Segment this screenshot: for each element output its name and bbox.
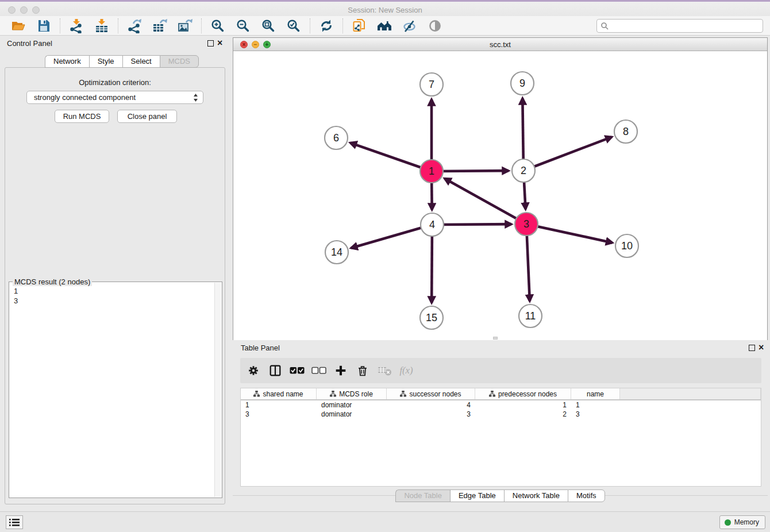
graph-node-15[interactable]: 15 xyxy=(420,306,443,329)
graph-node-4[interactable]: 4 xyxy=(421,213,444,236)
table-float-panel-icon[interactable] xyxy=(749,345,755,351)
import-network-icon[interactable] xyxy=(69,18,84,33)
table-close-panel-icon[interactable]: × xyxy=(759,342,764,353)
tab-select[interactable]: Select xyxy=(122,55,160,68)
control-panel-title: Control Panel xyxy=(7,39,52,48)
toolbar-separator xyxy=(342,18,343,33)
table-row[interactable]: 3dominator323 xyxy=(241,410,761,419)
open-folder-icon[interactable] xyxy=(11,18,26,33)
search-input[interactable] xyxy=(596,19,763,33)
tab-edge-table[interactable]: Edge Table xyxy=(450,489,504,502)
column-header-name[interactable]: name xyxy=(571,388,620,399)
unchecked-pair-icon[interactable] xyxy=(310,363,328,379)
graph-node-7[interactable]: 7 xyxy=(420,73,443,96)
graph-node-9[interactable]: 9 xyxy=(511,72,534,95)
column-label: successor nodes xyxy=(409,390,461,398)
zoom-in-icon[interactable] xyxy=(210,18,225,33)
graph-edge-3-1[interactable] xyxy=(445,179,526,224)
tab-node-table[interactable]: Node Table xyxy=(395,489,450,502)
svg-text:4: 4 xyxy=(429,219,435,230)
network-window-title: scc.txt xyxy=(233,40,767,49)
svg-text:8: 8 xyxy=(623,126,629,137)
eye-slash-icon[interactable] xyxy=(402,18,417,33)
copy-network-icon[interactable] xyxy=(352,18,367,33)
svg-text:6: 6 xyxy=(333,132,339,144)
tab-mcds[interactable]: MCDS xyxy=(160,55,199,68)
graph-edge-1-6[interactable] xyxy=(351,143,432,171)
trash-icon[interactable] xyxy=(354,363,371,379)
svg-text:2: 2 xyxy=(521,165,526,176)
function-builder-icon: f(x) xyxy=(398,363,415,379)
close-panel-button[interactable]: Close panel xyxy=(117,110,177,123)
svg-text:10: 10 xyxy=(621,240,633,252)
graph-node-6[interactable]: 6 xyxy=(325,126,348,149)
svg-text:f(x): f(x) xyxy=(399,365,413,376)
column-tree-icon xyxy=(489,391,495,397)
zoom-selected-icon[interactable] xyxy=(286,18,301,33)
result-scrollbar[interactable] xyxy=(214,283,221,497)
table-row[interactable]: 1dominator411 xyxy=(241,400,761,410)
network-window-titlebar: × − + scc.txt xyxy=(233,38,767,51)
zoom-fit-icon[interactable] xyxy=(261,18,276,33)
svg-text:9: 9 xyxy=(519,78,525,89)
column-header-predecessor-nodes[interactable]: predecessor nodes xyxy=(475,388,571,399)
add-column-icon[interactable] xyxy=(332,363,349,379)
eye-icon[interactable] xyxy=(428,18,442,33)
task-history-button[interactable] xyxy=(6,515,23,529)
cell-successor-nodes: 4 xyxy=(387,400,475,410)
optimization-criterion-label: Optimization criterion: xyxy=(5,78,225,87)
graph-node-10[interactable]: 10 xyxy=(615,234,638,257)
cell-shared-name: 1 xyxy=(241,400,317,410)
export-network-icon[interactable] xyxy=(127,18,142,33)
node-table-rows: 1dominator4113dominator323 xyxy=(241,400,761,419)
column-header-MCDS-role[interactable]: MCDS role xyxy=(317,388,387,399)
export-table-icon[interactable] xyxy=(152,18,167,33)
column-header-successor-nodes[interactable]: successor nodes xyxy=(387,388,475,399)
close-panel-icon[interactable]: × xyxy=(217,38,222,48)
import-table-icon[interactable] xyxy=(94,18,109,33)
column-label: predecessor nodes xyxy=(498,390,557,398)
run-mcds-button[interactable]: Run MCDS xyxy=(55,110,109,123)
graph-node-11[interactable]: 11 xyxy=(519,304,542,327)
zoom-out-icon[interactable] xyxy=(236,18,251,33)
tab-network[interactable]: Network xyxy=(45,55,89,68)
column-header-shared-name[interactable]: shared name xyxy=(241,388,317,399)
tab-style[interactable]: Style xyxy=(89,55,122,68)
svg-text:1: 1 xyxy=(429,165,434,177)
network-canvas[interactable]: 7968124314101511 xyxy=(233,51,767,340)
graph-edge-3-10[interactable] xyxy=(526,224,613,242)
control-panel-tabs: NetworkStyleSelectMCDS xyxy=(45,55,199,68)
graph-edge-2-8[interactable] xyxy=(523,137,612,171)
graph-edge-4-14[interactable] xyxy=(351,225,432,248)
network-view-window: × − + scc.txt 7968124314101511 xyxy=(233,37,768,340)
houses-icon[interactable] xyxy=(377,18,392,33)
memory-label: Memory xyxy=(734,518,759,526)
column-tree-icon xyxy=(330,391,336,397)
float-panel-icon[interactable] xyxy=(207,40,214,47)
graph-node-3[interactable]: 3 xyxy=(515,213,538,236)
column-label: name xyxy=(587,390,604,398)
save-floppy-icon[interactable] xyxy=(36,18,51,33)
column-tree-icon xyxy=(400,391,406,397)
graph-node-14[interactable]: 14 xyxy=(325,241,348,264)
splitter-handle[interactable] xyxy=(493,337,498,340)
tab-motifs[interactable]: Motifs xyxy=(568,489,605,502)
svg-text:11: 11 xyxy=(525,310,536,322)
memory-button[interactable]: Memory xyxy=(719,515,765,529)
refresh-icon[interactable] xyxy=(319,18,334,33)
export-image-icon[interactable] xyxy=(178,18,192,33)
cell-MCDS-role: dominator xyxy=(317,410,387,419)
graph-node-2[interactable]: 2 xyxy=(512,159,535,182)
optimization-criterion-select[interactable]: strongly connected component xyxy=(26,91,203,104)
table-panel-title: Table Panel xyxy=(241,344,280,352)
split-columns-icon[interactable] xyxy=(267,363,284,379)
tab-network-table[interactable]: Network Table xyxy=(504,489,568,502)
gear-icon[interactable] xyxy=(245,363,262,379)
graph-node-8[interactable]: 8 xyxy=(614,120,637,143)
graph-node-1[interactable]: 1 xyxy=(420,160,443,183)
cell-name: 3 xyxy=(571,410,620,419)
checked-pair-icon[interactable] xyxy=(288,363,306,379)
table-toolbar: f(x) xyxy=(240,358,761,383)
cell-shared-name: 3 xyxy=(241,410,317,419)
select-stepper-icon xyxy=(193,93,198,106)
